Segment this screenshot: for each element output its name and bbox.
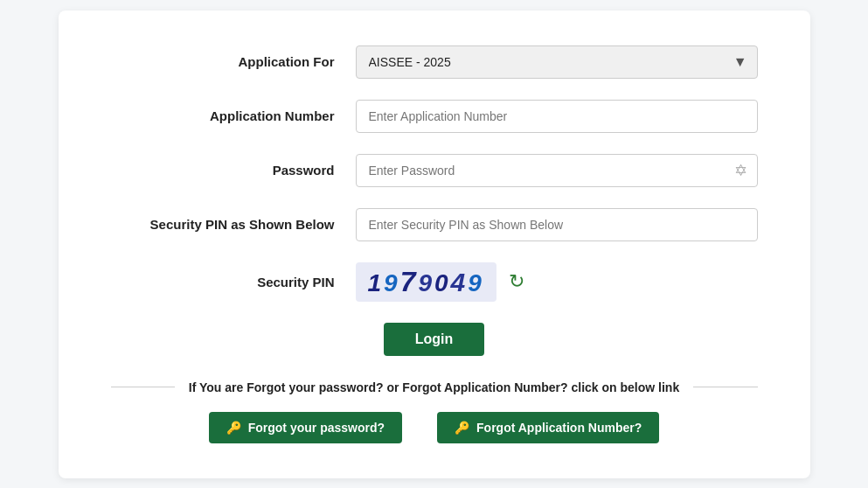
security-pin-display-label: Security PIN bbox=[111, 275, 356, 289]
login-row: Login bbox=[111, 323, 758, 356]
password-input[interactable] bbox=[356, 154, 758, 187]
key-icon-forgot-appnum: 🔑 bbox=[455, 421, 469, 435]
forgot-divider-row: If You are Forgot your password? or Forg… bbox=[111, 380, 758, 394]
forgot-hint-text: If You are Forgot your password? or Forg… bbox=[175, 380, 693, 394]
application-number-input-wrap bbox=[356, 100, 758, 133]
security-pin-input-wrap bbox=[356, 208, 758, 241]
application-number-label: Application Number bbox=[111, 108, 356, 123]
divider-left bbox=[111, 387, 175, 387]
login-form: Application For AISSEE - 2025 AISSEE - 2… bbox=[59, 10, 810, 478]
eye-icon[interactable]: ✡ bbox=[734, 161, 747, 180]
password-row: Password ✡ bbox=[111, 154, 758, 187]
captcha-display: 1979049 ↻ bbox=[356, 262, 524, 302]
key-icon-forgot-password: 🔑 bbox=[226, 421, 241, 435]
security-pin-display-row: Security PIN 1979049 ↻ bbox=[111, 262, 758, 302]
application-for-label: Application For bbox=[111, 54, 356, 69]
security-pin-input[interactable] bbox=[356, 208, 758, 241]
application-for-select-wrap: AISSEE - 2025 AISSEE - 2024 AISSEE - 202… bbox=[356, 45, 758, 79]
forgot-buttons-row: 🔑 Forgot your password? 🔑 Forgot Applica… bbox=[111, 412, 758, 443]
application-for-select[interactable]: AISSEE - 2025 AISSEE - 2024 AISSEE - 202… bbox=[356, 45, 758, 79]
refresh-icon[interactable]: ↻ bbox=[509, 270, 524, 293]
application-number-input[interactable] bbox=[356, 100, 758, 133]
security-pin-input-row: Security PIN as Shown Below bbox=[111, 208, 758, 241]
forgot-appnum-button[interactable]: 🔑 Forgot Application Number? bbox=[437, 412, 659, 443]
forgot-password-label: Forgot your password? bbox=[248, 421, 385, 435]
divider-right bbox=[693, 387, 757, 387]
forgot-appnum-label: Forgot Application Number? bbox=[476, 421, 642, 435]
application-for-row: Application For AISSEE - 2025 AISSEE - 2… bbox=[111, 45, 758, 79]
forgot-password-button[interactable]: 🔑 Forgot your password? bbox=[209, 412, 402, 443]
security-pin-input-label: Security PIN as Shown Below bbox=[111, 217, 356, 232]
captcha-value: 1979049 bbox=[356, 262, 496, 302]
password-label: Password bbox=[111, 163, 356, 178]
login-button[interactable]: Login bbox=[384, 323, 485, 356]
password-input-wrap: ✡ bbox=[356, 154, 758, 187]
application-number-row: Application Number bbox=[111, 100, 758, 133]
